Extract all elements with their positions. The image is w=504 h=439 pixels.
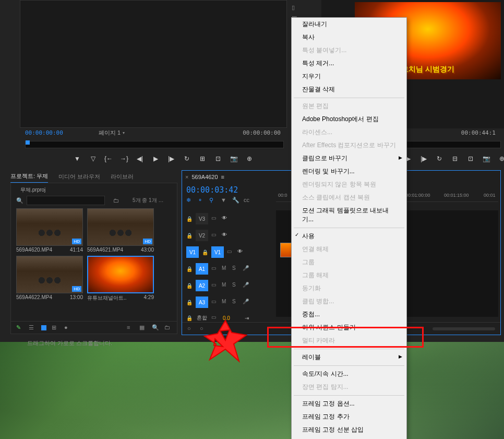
mark-in-button[interactable]: ▼: [73, 155, 81, 163]
sort-icon[interactable]: ≡: [127, 324, 134, 331]
page-selector[interactable]: 페이지 1 ▾: [99, 129, 125, 137]
tab-project[interactable]: 프로젝트: 무제: [10, 170, 48, 183]
menu-item[interactable]: 프레임 고정 추가: [292, 410, 406, 423]
close-tab-icon[interactable]: ×: [185, 174, 188, 180]
bin-icon[interactable]: 🗀: [113, 197, 119, 204]
eye-icon[interactable]: 👁: [222, 215, 229, 222]
menu-item[interactable]: 속도/지속 시간...: [292, 367, 406, 381]
menu-item[interactable]: 렌더링 및 바꾸기...: [292, 165, 406, 178]
tab-menu-icon[interactable]: ≡: [221, 174, 224, 180]
export-frame-button[interactable]: 📷: [482, 155, 490, 163]
selection-tool-icon[interactable]: ▯: [292, 4, 299, 11]
tab-libraries[interactable]: 라이브러: [111, 171, 134, 183]
zoom-slider[interactable]: [433, 327, 495, 330]
insert-button[interactable]: ⊞: [198, 155, 207, 163]
menu-item[interactable]: 복사: [292, 31, 406, 44]
video-track-header[interactable]: 🔒 V2 ▭ 👁: [186, 227, 274, 244]
snap-icon[interactable]: ❄: [186, 197, 194, 204]
lock-icon[interactable]: 🔒: [186, 233, 193, 239]
go-in-button[interactable]: {←: [104, 155, 113, 163]
audio-track-header[interactable]: 🔒 A2 ▭ M S 🎤: [186, 277, 274, 294]
source-scrubber[interactable]: [25, 141, 284, 148]
play-button[interactable]: ▶: [151, 155, 160, 163]
menu-item[interactable]: 특성 제거...: [292, 57, 406, 70]
thumb-clip[interactable]: 유튜브채널아트..4:29: [87, 256, 154, 302]
toggle-output-icon[interactable]: ▭: [211, 299, 219, 306]
timeline-clip[interactable]: [280, 243, 292, 257]
menu-item[interactable]: 필드 옵션...: [292, 436, 406, 439]
mic-icon[interactable]: 🎤: [243, 299, 250, 306]
lock-icon[interactable]: 🔒: [186, 216, 193, 222]
ripple-icon[interactable]: ▼: [221, 197, 228, 204]
timeline-tab[interactable]: × 569A4620 ≡: [185, 174, 224, 180]
loop-button[interactable]: ↻: [183, 155, 191, 163]
icon-view-icon[interactable]: [41, 325, 46, 330]
menu-item[interactable]: 프레임 고정 옵션...: [292, 397, 406, 410]
toggle-icon[interactable]: ○: [187, 325, 195, 333]
marker-icon[interactable]: ⚲: [209, 197, 217, 204]
menu-item[interactable]: 잘라내기: [292, 18, 406, 31]
thumb-clip[interactable]: HD 569A4622.MP413:00: [16, 256, 83, 302]
menu-item[interactable]: 중첩...: [292, 308, 406, 321]
search-input[interactable]: [27, 196, 105, 205]
menu-item[interactable]: 잔물결 삭제: [292, 83, 406, 96]
tab-media-browser[interactable]: 미디어 브라우저: [58, 171, 100, 183]
playhead-icon[interactable]: [26, 140, 30, 145]
export-frame-button[interactable]: 📷: [230, 155, 238, 163]
solo-icon[interactable]: S: [232, 299, 239, 306]
freeform-view-icon[interactable]: ⊞: [52, 324, 59, 331]
audio-track-header[interactable]: 🔒 A3 ▭ M S 🎤: [186, 294, 274, 311]
zoom-slider-icon[interactable]: ●: [64, 324, 71, 331]
mute-icon[interactable]: M: [222, 282, 229, 289]
automate-icon[interactable]: ▦: [139, 324, 147, 331]
menu-item[interactable]: 레이블▶: [292, 351, 406, 364]
video-track-header[interactable]: 🔒 V3 ▭ 👁: [186, 210, 274, 227]
toggle-output-icon[interactable]: ▭: [211, 215, 219, 222]
toggle-output-icon[interactable]: ▭: [211, 232, 219, 239]
lock-icon[interactable]: 🔒: [186, 300, 193, 305]
mute-icon[interactable]: M: [222, 265, 229, 272]
lock-icon[interactable]: 🔒: [186, 315, 193, 321]
eye-icon[interactable]: 👁: [237, 248, 245, 256]
toggle-output-icon[interactable]: ▭: [227, 248, 234, 256]
find-icon[interactable]: 🔍: [152, 324, 159, 331]
menu-item[interactable]: 프레임 고정 선분 삽입: [292, 423, 406, 436]
thumb-clip[interactable]: HD 569A4621.MP443:00: [87, 208, 154, 253]
timeline-timecode[interactable]: 00:00:03:42: [186, 185, 238, 195]
solo-icon[interactable]: S: [232, 265, 239, 272]
linked-sel-icon[interactable]: ⚬: [198, 197, 205, 204]
new-bin-icon[interactable]: 🗀: [164, 324, 172, 331]
solo-icon[interactable]: S: [232, 282, 239, 289]
lock-icon[interactable]: 🔒: [186, 266, 193, 272]
lift-button[interactable]: ⊟: [451, 155, 459, 163]
mute-icon[interactable]: M: [222, 299, 229, 306]
step-fwd-button[interactable]: |▶: [419, 155, 428, 163]
audio-track-header[interactable]: 🔒 A1 ▭ M S 🎤: [186, 260, 274, 277]
step-back-button[interactable]: ◀|: [136, 155, 144, 163]
mic-icon[interactable]: 🎤: [243, 282, 250, 289]
wrench-icon[interactable]: 🔧: [232, 197, 239, 204]
menu-item[interactable]: 사용✓: [292, 230, 406, 243]
cc-icon[interactable]: cc: [244, 197, 251, 204]
overwrite-button[interactable]: ⊡: [214, 155, 222, 163]
menu-item[interactable]: Adobe Photoshop에서 편집: [292, 113, 406, 126]
menu-item[interactable]: 지우기: [292, 70, 406, 83]
thumb-clip[interactable]: HD 569A4620.MP441:14: [16, 208, 83, 253]
eye-icon[interactable]: 👁: [222, 232, 229, 239]
go-out-button[interactable]: →}: [120, 155, 128, 163]
mark-out-button[interactable]: ▽: [89, 155, 97, 163]
lock-icon[interactable]: 🔒: [186, 283, 193, 289]
video-track-header[interactable]: V1 🔒 V1 ▭ 👁: [186, 244, 274, 260]
source-tc-in[interactable]: 00:00:00:00: [25, 129, 63, 136]
toggle-output-icon[interactable]: ▭: [211, 265, 219, 272]
step-fwd-button[interactable]: |▶: [167, 155, 175, 163]
lock-icon[interactable]: 🔒: [202, 250, 208, 255]
more-button[interactable]: ⊕: [498, 155, 504, 163]
extract-button[interactable]: ⊡: [466, 155, 475, 163]
mic-icon[interactable]: 🎤: [243, 265, 250, 272]
loop-button[interactable]: ↻: [435, 155, 443, 163]
menu-item[interactable]: 클립으로 바꾸기▶: [292, 152, 406, 165]
pencil-icon[interactable]: ✎: [16, 324, 23, 331]
more-button[interactable]: ⊕: [245, 155, 254, 163]
list-view-icon[interactable]: ☰: [29, 324, 36, 331]
